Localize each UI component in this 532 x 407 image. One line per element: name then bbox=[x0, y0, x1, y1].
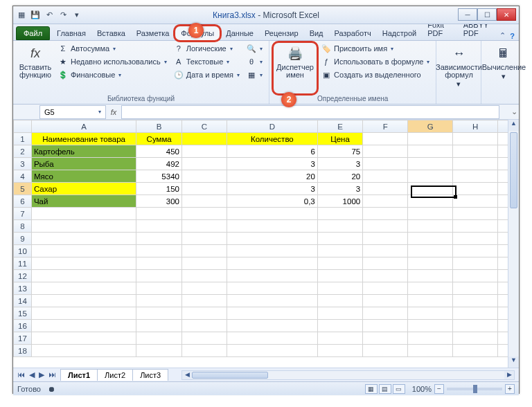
cell[interactable] bbox=[408, 133, 453, 145]
cell[interactable] bbox=[453, 220, 498, 233]
cell[interactable] bbox=[181, 220, 227, 233]
cell[interactable] bbox=[408, 245, 453, 257]
cell[interactable] bbox=[317, 257, 362, 270]
name-manager-button[interactable]: 🖨️ Диспетчер имен bbox=[274, 43, 317, 93]
cell[interactable] bbox=[227, 208, 317, 220]
use-in-formula-button[interactable]: ƒИспользовать в формуле▾ bbox=[319, 56, 432, 67]
sheet-nav-first-icon[interactable]: ⏮ bbox=[16, 370, 26, 379]
cell[interactable] bbox=[136, 245, 182, 257]
cell[interactable]: 3 bbox=[317, 183, 362, 195]
cell[interactable]: 1000 bbox=[317, 195, 362, 208]
select-all-corner[interactable] bbox=[14, 120, 32, 133]
maximize-button[interactable]: ☐ bbox=[477, 8, 497, 21]
cell[interactable] bbox=[453, 282, 498, 295]
cell[interactable] bbox=[317, 282, 362, 295]
cell[interactable] bbox=[408, 270, 453, 282]
cell[interactable] bbox=[363, 208, 408, 220]
tab-addins[interactable]: Надстрой bbox=[377, 26, 422, 40]
scroll-down-icon[interactable]: ▼ bbox=[508, 356, 519, 368]
row-header[interactable]: 14 bbox=[14, 295, 32, 307]
cell[interactable] bbox=[31, 320, 136, 332]
trace-dependents-button[interactable]: ↔ Зависимости формул▾ bbox=[441, 43, 477, 93]
create-from-selection-button[interactable]: ▣Создать из выделенного bbox=[319, 69, 432, 80]
formula-bar-expand-icon[interactable]: ⌄ bbox=[509, 107, 519, 116]
row-header[interactable]: 4 bbox=[14, 170, 32, 183]
row-header[interactable]: 9 bbox=[14, 233, 32, 245]
tab-insert[interactable]: Вставка bbox=[91, 26, 131, 40]
cell[interactable] bbox=[317, 307, 362, 320]
logical-button[interactable]: ?Логические▾ bbox=[172, 43, 242, 54]
sheet-nav-prev-icon[interactable]: ◀ bbox=[28, 370, 36, 379]
view-pagebreak-icon[interactable]: ▭ bbox=[393, 384, 405, 394]
view-layout-icon[interactable]: ▤ bbox=[379, 384, 391, 394]
cell[interactable] bbox=[453, 183, 498, 195]
cell[interactable]: 492 bbox=[136, 158, 182, 170]
cell[interactable] bbox=[136, 295, 182, 307]
row-header[interactable]: 18 bbox=[14, 345, 32, 357]
cell[interactable] bbox=[181, 245, 227, 257]
cell[interactable] bbox=[363, 270, 408, 282]
cell[interactable] bbox=[408, 320, 453, 332]
cell[interactable] bbox=[408, 307, 453, 320]
cell[interactable] bbox=[408, 282, 453, 295]
cell[interactable] bbox=[31, 233, 136, 245]
cell[interactable] bbox=[181, 270, 227, 282]
cell[interactable] bbox=[136, 345, 182, 357]
row-header[interactable]: 7 bbox=[14, 208, 32, 220]
cell[interactable] bbox=[181, 282, 227, 295]
autosum-button[interactable]: ΣАвтосумма▾ bbox=[56, 43, 169, 54]
cell[interactable] bbox=[181, 295, 227, 307]
col-header[interactable]: H bbox=[453, 120, 498, 133]
cell[interactable] bbox=[317, 245, 362, 257]
view-normal-icon[interactable]: ▦ bbox=[365, 384, 378, 394]
zoom-out-button[interactable]: − bbox=[434, 384, 444, 394]
sheet-tab[interactable]: Лист2 bbox=[97, 369, 133, 381]
row-header[interactable]: 2 bbox=[14, 145, 32, 158]
cell[interactable] bbox=[408, 183, 453, 195]
cell[interactable] bbox=[136, 282, 182, 295]
cell[interactable] bbox=[453, 307, 498, 320]
cell[interactable] bbox=[136, 332, 182, 345]
cell[interactable] bbox=[408, 158, 453, 170]
cell[interactable] bbox=[31, 245, 136, 257]
undo-icon[interactable]: ↶ bbox=[44, 10, 55, 21]
save-icon[interactable]: 💾 bbox=[30, 10, 41, 21]
cell[interactable]: Мясо bbox=[31, 170, 136, 183]
cell[interactable] bbox=[227, 270, 317, 282]
cell[interactable] bbox=[181, 320, 227, 332]
cell[interactable] bbox=[317, 220, 362, 233]
financial-button[interactable]: 💲Финансовые▾ bbox=[56, 69, 169, 80]
cell[interactable] bbox=[408, 295, 453, 307]
lookup-button[interactable]: 🔍▾ bbox=[245, 43, 265, 54]
cell[interactable]: Цена bbox=[317, 133, 362, 145]
cell[interactable] bbox=[363, 133, 408, 145]
cell[interactable] bbox=[363, 158, 408, 170]
cell[interactable] bbox=[363, 295, 408, 307]
row-header[interactable]: 8 bbox=[14, 220, 32, 233]
row-header[interactable]: 6 bbox=[14, 195, 32, 208]
cell[interactable] bbox=[363, 320, 408, 332]
cell[interactable]: 300 bbox=[136, 195, 182, 208]
cell[interactable] bbox=[408, 220, 453, 233]
cell[interactable] bbox=[408, 332, 453, 345]
cell[interactable] bbox=[363, 233, 408, 245]
cell[interactable] bbox=[317, 233, 362, 245]
cell[interactable] bbox=[408, 345, 453, 357]
cell[interactable] bbox=[227, 307, 317, 320]
cell[interactable] bbox=[453, 295, 498, 307]
cell[interactable]: 450 bbox=[136, 145, 182, 158]
cell[interactable] bbox=[453, 233, 498, 245]
cell[interactable]: 20 bbox=[317, 170, 362, 183]
cell[interactable]: 0,3 bbox=[227, 195, 317, 208]
cell[interactable]: 3 bbox=[227, 158, 317, 170]
cell[interactable]: 75 bbox=[317, 145, 362, 158]
sheet-tab[interactable]: Лист3 bbox=[132, 369, 168, 381]
cell[interactable] bbox=[181, 257, 227, 270]
scroll-up-icon[interactable]: ▲ bbox=[508, 120, 519, 131]
zoom-slider[interactable] bbox=[447, 388, 502, 390]
fx-button[interactable]: fx bbox=[106, 108, 121, 116]
row-header[interactable]: 13 bbox=[14, 282, 32, 295]
horizontal-scrollbar[interactable]: ◀ ▶ bbox=[181, 370, 515, 380]
cell[interactable] bbox=[408, 208, 453, 220]
cell[interactable] bbox=[363, 282, 408, 295]
